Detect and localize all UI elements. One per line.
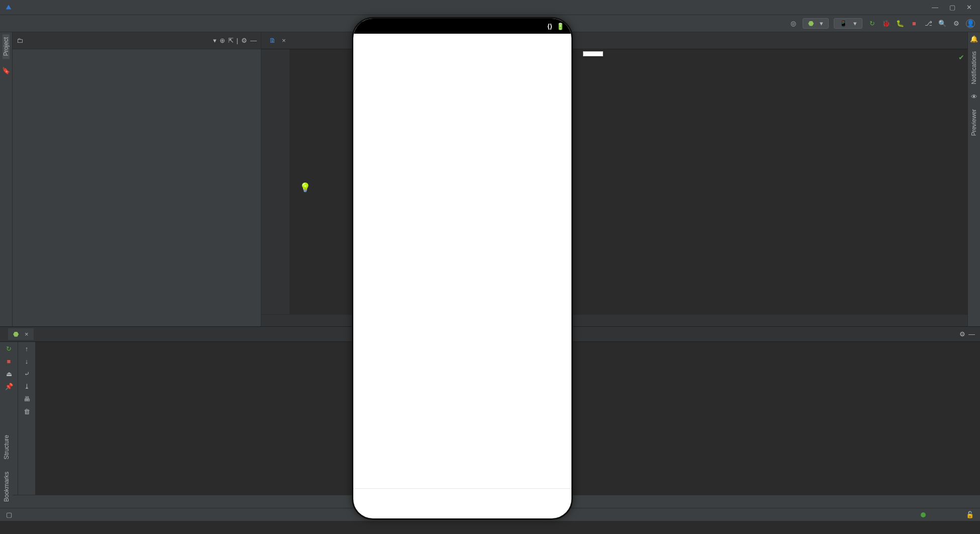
previewer-tool-button[interactable]: Previewer: [970, 106, 977, 139]
battery-icon: 🔋: [556, 23, 564, 30]
hide-panel-icon[interactable]: —: [250, 37, 257, 44]
folder-icon: 🗀: [17, 37, 23, 44]
pin-icon[interactable]: 📌: [5, 383, 13, 390]
minimize-icon[interactable]: —: [932, 4, 938, 11]
right-tool-strip: 🔔 Notifications 👁 Previewer: [967, 32, 980, 326]
status-icon[interactable]: ▢: [6, 511, 12, 518]
close-icon[interactable]: ✕: [966, 4, 972, 11]
project-tree[interactable]: [13, 49, 261, 326]
gear-icon[interactable]: ⚙: [952, 19, 961, 28]
close-icon[interactable]: ×: [25, 330, 29, 338]
intention-bulb-icon[interactable]: 💡: [300, 181, 311, 194]
wrap-icon[interactable]: ⤶: [24, 370, 30, 378]
hide-panel-icon[interactable]: —: [968, 330, 975, 338]
notifications-tool-button[interactable]: Notifications: [970, 48, 977, 87]
project-tool-button[interactable]: Project: [3, 34, 10, 59]
lock-icon[interactable]: 🔓: [966, 511, 974, 518]
phone-nav-bar: [353, 488, 571, 518]
run-settings-icon[interactable]: ⚙: [959, 330, 965, 338]
avatar-icon[interactable]: 👤: [966, 19, 975, 28]
close-tab-icon[interactable]: ×: [282, 37, 286, 44]
bookmarks-tool-button[interactable]: Bookmarks: [3, 469, 10, 505]
app-logo-icon: [4, 3, 13, 12]
titlebar: — ▢ ✕: [0, 0, 980, 15]
ts-file-icon: 🗎: [269, 37, 276, 44]
stop-icon[interactable]: ■: [7, 358, 11, 365]
left-bottom-strip: Bookmarks Structure: [0, 407, 13, 508]
panel-settings-icon[interactable]: ⚙: [241, 37, 247, 44]
up-icon[interactable]: ↑: [25, 345, 29, 352]
run-config-selector[interactable]: ⬣▾: [803, 18, 829, 29]
stop-icon[interactable]: ■: [910, 19, 919, 28]
structure-tool-button[interactable]: Structure: [3, 432, 10, 463]
phone-screen[interactable]: [353, 34, 571, 488]
emulator-toolbar: [583, 51, 603, 56]
expand-icon[interactable]: ⇱: [228, 37, 234, 44]
bug-run-icon[interactable]: 🐞: [881, 19, 891, 28]
debug-icon[interactable]: 🐛: [896, 19, 905, 28]
exit-icon[interactable]: ⏏: [6, 370, 12, 378]
editor-tab-entryability[interactable]: 🗎 ×: [264, 34, 291, 47]
status-ok-icon: [921, 512, 926, 517]
run-tab-entry[interactable]: ⬣×: [8, 328, 34, 340]
notifications-icon[interactable]: 🔔: [969, 34, 978, 43]
locate-icon[interactable]: ⊕: [220, 37, 225, 44]
maximize-icon[interactable]: ▢: [949, 4, 955, 11]
down-icon[interactable]: ↓: [25, 358, 29, 365]
emulator-phone[interactable]: ⟨⟩ 🔋: [352, 17, 573, 520]
target-icon[interactable]: ◎: [789, 19, 798, 28]
bookmark-icon[interactable]: 🔖: [2, 66, 11, 75]
device-selector[interactable]: 📱▾: [834, 18, 862, 29]
previewer-icon[interactable]: 👁: [969, 92, 978, 101]
run-toolbar-left2: ↑ ↓ ⤶ ⤓ 🖶 🗑: [18, 342, 35, 495]
refresh-icon[interactable]: ↻: [867, 19, 876, 28]
project-panel: 🗀 ▾ ⊕ ⇱ | ⚙ —: [13, 32, 261, 326]
print-icon[interactable]: 🖶: [24, 395, 30, 403]
phone-status-bar: ⟨⟩ 🔋: [353, 19, 571, 34]
window-controls: — ▢ ✕: [932, 4, 972, 11]
line-gutter: [261, 49, 289, 314]
rerun-icon[interactable]: ↻: [6, 345, 12, 352]
emulator-overlay: ⟨⟩ 🔋: [352, 17, 603, 520]
left-tool-strip: Project 🔖: [0, 32, 13, 326]
project-panel-header: 🗀 ▾ ⊕ ⇱ | ⚙ —: [13, 32, 261, 49]
git-icon[interactable]: ⎇: [924, 19, 933, 28]
search-icon[interactable]: 🔍: [938, 19, 947, 28]
scroll-icon[interactable]: ⤓: [24, 383, 30, 390]
bluetooth-icon: ⟨⟩: [547, 23, 552, 30]
trash-icon[interactable]: 🗑: [24, 408, 30, 415]
